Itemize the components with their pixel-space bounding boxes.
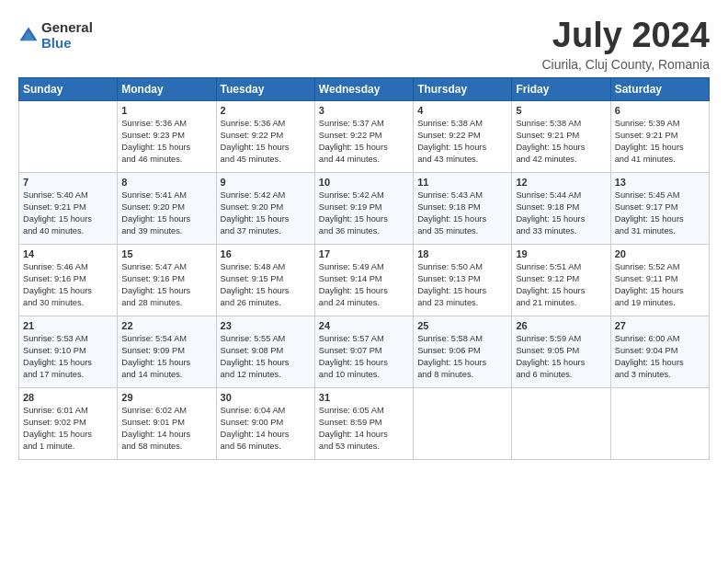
week-row-3: 14Sunrise: 5:46 AMSunset: 9:16 PMDayligh… bbox=[19, 244, 710, 316]
day-content: Sunrise: 5:54 AMSunset: 9:09 PMDaylight:… bbox=[121, 333, 211, 381]
day-cell: 9Sunrise: 5:42 AMSunset: 9:20 PMDaylight… bbox=[216, 172, 314, 244]
col-header-thursday: Thursday bbox=[414, 77, 512, 100]
header-row: SundayMondayTuesdayWednesdayThursdayFrid… bbox=[19, 77, 710, 100]
page: General Blue July 2024 Ciurila, Cluj Cou… bbox=[0, 0, 728, 469]
day-cell: 23Sunrise: 5:55 AMSunset: 9:08 PMDayligh… bbox=[216, 316, 314, 387]
week-row-2: 7Sunrise: 5:40 AMSunset: 9:21 PMDaylight… bbox=[19, 172, 710, 244]
day-number: 24 bbox=[319, 320, 409, 331]
subtitle: Ciurila, Cluj County, Romania bbox=[541, 57, 710, 72]
day-content: Sunrise: 6:04 AMSunset: 9:00 PMDaylight:… bbox=[221, 405, 311, 453]
day-content: Sunrise: 5:53 AMSunset: 9:10 PMDaylight:… bbox=[23, 333, 113, 381]
day-content: Sunrise: 5:42 AMSunset: 9:20 PMDaylight:… bbox=[221, 190, 311, 237]
day-cell: 15Sunrise: 5:47 AMSunset: 9:16 PMDayligh… bbox=[118, 244, 216, 316]
day-number: 21 bbox=[23, 320, 113, 331]
day-cell: 11Sunrise: 5:43 AMSunset: 9:18 PMDayligh… bbox=[414, 172, 512, 244]
day-content: Sunrise: 5:38 AMSunset: 9:21 PMDaylight:… bbox=[516, 118, 606, 166]
day-cell: 24Sunrise: 5:57 AMSunset: 9:07 PMDayligh… bbox=[314, 316, 413, 387]
day-content: Sunrise: 5:36 AMSunset: 9:23 PMDaylight:… bbox=[121, 118, 211, 166]
day-cell: 28Sunrise: 6:01 AMSunset: 9:02 PMDayligh… bbox=[19, 387, 118, 459]
day-content: Sunrise: 5:52 AMSunset: 9:11 PMDaylight:… bbox=[615, 261, 705, 309]
day-number: 13 bbox=[615, 177, 705, 188]
day-cell: 17Sunrise: 5:49 AMSunset: 9:14 PMDayligh… bbox=[314, 244, 413, 316]
day-cell: 4Sunrise: 5:38 AMSunset: 9:22 PMDaylight… bbox=[414, 100, 512, 172]
week-row-5: 28Sunrise: 6:01 AMSunset: 9:02 PMDayligh… bbox=[19, 387, 710, 459]
day-number: 16 bbox=[221, 248, 311, 259]
logo: General Blue bbox=[18, 20, 93, 51]
day-number: 19 bbox=[516, 248, 606, 259]
day-content: Sunrise: 5:41 AMSunset: 9:20 PMDaylight:… bbox=[121, 190, 211, 237]
logo-text: General Blue bbox=[41, 20, 93, 51]
day-number: 30 bbox=[221, 392, 311, 403]
day-number: 5 bbox=[516, 105, 606, 116]
day-number: 31 bbox=[319, 392, 409, 403]
day-cell: 7Sunrise: 5:40 AMSunset: 9:21 PMDaylight… bbox=[19, 172, 118, 244]
day-number: 17 bbox=[319, 248, 409, 259]
title-block: July 2024 Ciurila, Cluj County, Romania bbox=[541, 17, 710, 72]
day-cell: 13Sunrise: 5:45 AMSunset: 9:17 PMDayligh… bbox=[610, 172, 709, 244]
day-content: Sunrise: 5:42 AMSunset: 9:19 PMDaylight:… bbox=[319, 190, 409, 237]
day-number: 11 bbox=[417, 177, 507, 188]
day-content: Sunrise: 5:55 AMSunset: 9:08 PMDaylight:… bbox=[221, 333, 311, 381]
day-cell: 19Sunrise: 5:51 AMSunset: 9:12 PMDayligh… bbox=[512, 244, 610, 316]
day-cell: 10Sunrise: 5:42 AMSunset: 9:19 PMDayligh… bbox=[314, 172, 413, 244]
day-number: 29 bbox=[121, 392, 211, 403]
day-cell: 31Sunrise: 6:05 AMSunset: 8:59 PMDayligh… bbox=[314, 387, 413, 459]
day-number: 8 bbox=[121, 177, 211, 188]
day-cell: 3Sunrise: 5:37 AMSunset: 9:22 PMDaylight… bbox=[314, 100, 413, 172]
day-content: Sunrise: 5:43 AMSunset: 9:18 PMDaylight:… bbox=[417, 190, 507, 237]
col-header-friday: Friday bbox=[512, 77, 610, 100]
day-cell: 21Sunrise: 5:53 AMSunset: 9:10 PMDayligh… bbox=[19, 316, 118, 387]
col-header-sunday: Sunday bbox=[19, 77, 118, 100]
day-cell: 22Sunrise: 5:54 AMSunset: 9:09 PMDayligh… bbox=[118, 316, 216, 387]
logo-blue: Blue bbox=[41, 36, 93, 52]
day-number: 6 bbox=[615, 105, 705, 116]
day-content: Sunrise: 5:47 AMSunset: 9:16 PMDaylight:… bbox=[121, 261, 211, 309]
col-header-saturday: Saturday bbox=[610, 77, 709, 100]
day-content: Sunrise: 5:45 AMSunset: 9:17 PMDaylight:… bbox=[615, 190, 705, 237]
day-content: Sunrise: 5:37 AMSunset: 9:22 PMDaylight:… bbox=[319, 118, 409, 166]
day-number: 3 bbox=[319, 105, 409, 116]
day-cell: 14Sunrise: 5:46 AMSunset: 9:16 PMDayligh… bbox=[19, 244, 118, 316]
day-number: 26 bbox=[516, 320, 606, 331]
day-cell: 6Sunrise: 5:39 AMSunset: 9:21 PMDaylight… bbox=[610, 100, 709, 172]
calendar-table: SundayMondayTuesdayWednesdayThursdayFrid… bbox=[18, 77, 710, 460]
day-number: 27 bbox=[615, 320, 705, 331]
day-content: Sunrise: 5:38 AMSunset: 9:22 PMDaylight:… bbox=[417, 118, 507, 166]
day-number: 10 bbox=[319, 177, 409, 188]
day-content: Sunrise: 5:46 AMSunset: 9:16 PMDaylight:… bbox=[23, 261, 113, 309]
day-number: 22 bbox=[121, 320, 211, 331]
day-cell: 25Sunrise: 5:58 AMSunset: 9:06 PMDayligh… bbox=[414, 316, 512, 387]
day-content: Sunrise: 5:39 AMSunset: 9:21 PMDaylight:… bbox=[615, 118, 705, 166]
logo-general: General bbox=[41, 20, 93, 36]
day-number: 9 bbox=[221, 177, 311, 188]
day-cell bbox=[512, 387, 610, 459]
day-number: 28 bbox=[23, 392, 113, 403]
day-cell: 12Sunrise: 5:44 AMSunset: 9:18 PMDayligh… bbox=[512, 172, 610, 244]
week-row-1: 1Sunrise: 5:36 AMSunset: 9:23 PMDaylight… bbox=[19, 100, 710, 172]
day-content: Sunrise: 6:00 AMSunset: 9:04 PMDaylight:… bbox=[615, 333, 705, 381]
day-content: Sunrise: 5:36 AMSunset: 9:22 PMDaylight:… bbox=[221, 118, 311, 166]
day-cell: 27Sunrise: 6:00 AMSunset: 9:04 PMDayligh… bbox=[610, 316, 709, 387]
week-row-4: 21Sunrise: 5:53 AMSunset: 9:10 PMDayligh… bbox=[19, 316, 710, 387]
day-cell: 26Sunrise: 5:59 AMSunset: 9:05 PMDayligh… bbox=[512, 316, 610, 387]
day-cell bbox=[414, 387, 512, 459]
header: General Blue July 2024 Ciurila, Cluj Cou… bbox=[18, 17, 710, 72]
day-content: Sunrise: 5:49 AMSunset: 9:14 PMDaylight:… bbox=[319, 261, 409, 309]
day-number: 1 bbox=[121, 105, 211, 116]
day-content: Sunrise: 6:02 AMSunset: 9:01 PMDaylight:… bbox=[121, 405, 211, 453]
day-cell bbox=[610, 387, 709, 459]
col-header-monday: Monday bbox=[118, 77, 216, 100]
day-cell: 20Sunrise: 5:52 AMSunset: 9:11 PMDayligh… bbox=[610, 244, 709, 316]
day-cell: 2Sunrise: 5:36 AMSunset: 9:22 PMDaylight… bbox=[216, 100, 314, 172]
day-number: 20 bbox=[615, 248, 705, 259]
day-cell: 5Sunrise: 5:38 AMSunset: 9:21 PMDaylight… bbox=[512, 100, 610, 172]
day-cell: 18Sunrise: 5:50 AMSunset: 9:13 PMDayligh… bbox=[414, 244, 512, 316]
day-content: Sunrise: 5:58 AMSunset: 9:06 PMDaylight:… bbox=[417, 333, 507, 381]
day-cell: 29Sunrise: 6:02 AMSunset: 9:01 PMDayligh… bbox=[118, 387, 216, 459]
day-number: 14 bbox=[23, 248, 113, 259]
day-content: Sunrise: 5:48 AMSunset: 9:15 PMDaylight:… bbox=[221, 261, 311, 309]
day-number: 15 bbox=[121, 248, 211, 259]
logo-icon bbox=[18, 26, 39, 46]
day-number: 23 bbox=[221, 320, 311, 331]
main-title: July 2024 bbox=[541, 17, 710, 55]
